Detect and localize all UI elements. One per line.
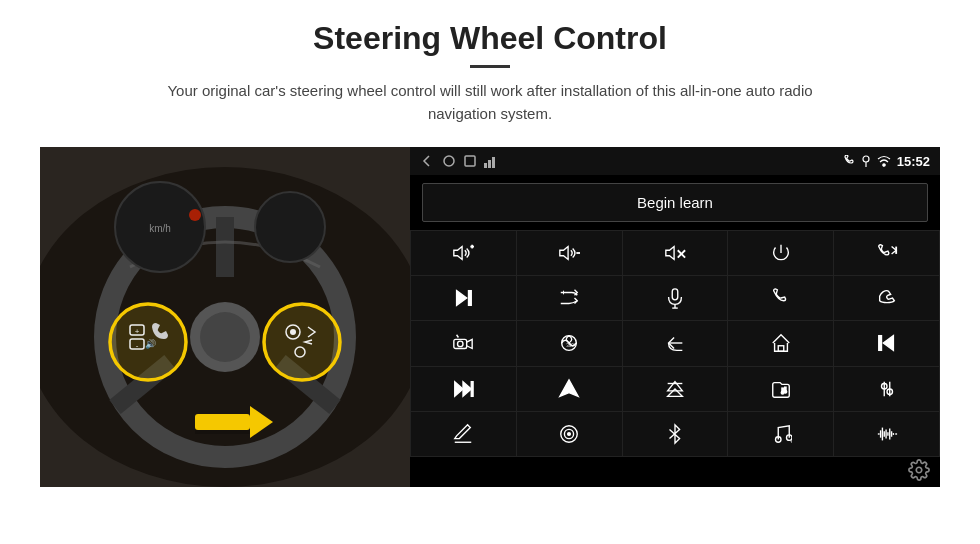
svg-rect-24: [195, 430, 250, 434]
car-image-area: km/h + - 🔊: [40, 147, 410, 487]
svg-point-18: [264, 304, 340, 380]
svg-marker-57: [560, 380, 578, 397]
android-panel: 15:52 Begin learn: [410, 147, 940, 487]
svg-point-25: [444, 156, 454, 166]
status-time: 15:52: [897, 154, 930, 169]
wifi-icon: [877, 155, 891, 167]
svg-marker-41: [457, 291, 467, 306]
svg-rect-51: [778, 346, 784, 352]
page-container: Steering Wheel Control Your original car…: [0, 0, 980, 544]
phone-skip-icon-cell[interactable]: [834, 231, 939, 275]
icon-grid: 360°: [410, 230, 940, 457]
svg-marker-59: [668, 389, 683, 396]
svg-rect-53: [878, 336, 881, 351]
bluetooth-icon-cell[interactable]: [623, 412, 728, 456]
page-title: Steering Wheel Control: [140, 20, 840, 57]
power-icon-cell[interactable]: [728, 231, 833, 275]
back-nav-icon: [420, 154, 434, 168]
title-divider: [470, 65, 510, 68]
home-nav-icon: [442, 154, 456, 168]
svg-text:360°: 360°: [566, 343, 576, 348]
svg-marker-52: [883, 336, 893, 351]
target-icon-cell[interactable]: [517, 412, 622, 456]
content-row: km/h + - 🔊: [40, 147, 940, 487]
status-bar-left: [420, 154, 498, 168]
eject-icon-cell[interactable]: [623, 367, 728, 411]
svg-point-9: [255, 192, 325, 262]
svg-point-64: [784, 390, 787, 393]
settings-bar: [410, 457, 940, 487]
svg-marker-55: [463, 381, 471, 396]
svg-rect-56: [472, 381, 474, 396]
svg-rect-28: [488, 160, 491, 168]
svg-point-72: [568, 433, 571, 436]
svg-rect-26: [465, 156, 475, 166]
svg-rect-42: [469, 291, 472, 306]
phone-icon-cell[interactable]: [728, 276, 833, 320]
fast-forward-icon-cell[interactable]: [411, 367, 516, 411]
svg-text:+: +: [135, 327, 140, 336]
svg-text:🔊: 🔊: [145, 338, 157, 350]
svg-point-20: [290, 329, 296, 335]
svg-rect-29: [492, 157, 495, 168]
camera-360-icon-cell[interactable]: 360°: [517, 321, 622, 365]
status-bar-right: 15:52: [843, 154, 930, 169]
music-note-icon-cell[interactable]: ⚙: [728, 412, 833, 456]
begin-learn-row: Begin learn: [410, 175, 940, 230]
svg-text:km/h: km/h: [149, 223, 171, 234]
skip-back-icon-cell[interactable]: [834, 321, 939, 365]
svg-marker-35: [560, 247, 568, 260]
skip-next-icon-cell[interactable]: [411, 276, 516, 320]
svg-rect-27: [484, 163, 487, 168]
signal-icon: [484, 154, 498, 168]
equalizer-icon-cell[interactable]: [834, 367, 939, 411]
begin-learn-button[interactable]: Begin learn: [422, 183, 928, 222]
volume-up-icon-cell[interactable]: [411, 231, 516, 275]
svg-point-31: [883, 164, 885, 166]
car-camera-icon-cell[interactable]: [411, 321, 516, 365]
status-bar: 15:52: [410, 147, 940, 175]
svg-marker-54: [455, 381, 463, 396]
svg-point-48: [458, 342, 464, 348]
svg-text:-: -: [136, 341, 139, 350]
svg-point-30: [863, 156, 869, 162]
svg-marker-37: [666, 247, 674, 260]
page-subtitle: Your original car's steering wheel contr…: [140, 80, 840, 125]
back-arrow-icon-cell[interactable]: [623, 321, 728, 365]
svg-point-86: [916, 467, 922, 473]
volume-down-icon-cell[interactable]: [517, 231, 622, 275]
pencil-icon-cell[interactable]: [411, 412, 516, 456]
microphone-icon-cell[interactable]: [623, 276, 728, 320]
location-icon: [861, 155, 871, 167]
shuffle-icon-cell[interactable]: [517, 276, 622, 320]
svg-rect-22: [195, 414, 250, 430]
svg-text:⚙: ⚙: [790, 437, 792, 444]
phone-end-icon-cell[interactable]: [834, 276, 939, 320]
mute-icon-cell[interactable]: [623, 231, 728, 275]
folder-music-icon-cell[interactable]: [728, 367, 833, 411]
svg-point-11: [189, 209, 201, 221]
recents-nav-icon: [464, 155, 476, 167]
title-section: Steering Wheel Control Your original car…: [140, 20, 840, 125]
home-icon-cell[interactable]: [728, 321, 833, 365]
svg-point-7: [200, 312, 250, 362]
navigation-icon-cell[interactable]: [517, 367, 622, 411]
waveform-icon-cell[interactable]: [834, 412, 939, 456]
svg-marker-32: [454, 247, 462, 260]
settings-gear-button[interactable]: [908, 459, 930, 486]
svg-rect-44: [672, 289, 678, 300]
phone-status-icon: [843, 155, 855, 167]
